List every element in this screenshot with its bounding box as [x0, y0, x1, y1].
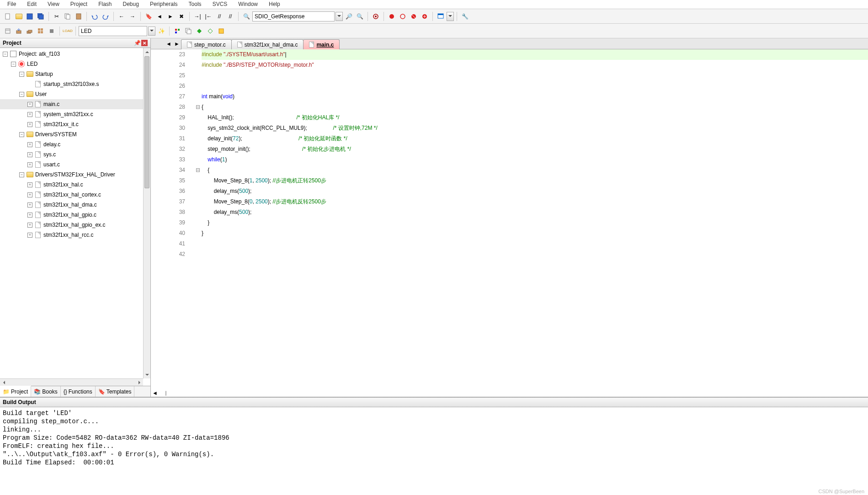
- rebuild-icon[interactable]: [25, 26, 35, 36]
- sidetab-project[interactable]: 📁Project: [0, 386, 31, 397]
- tree-node[interactable]: −Drivers/STM32F1xx_HAL_Driver: [0, 170, 150, 180]
- find-icon[interactable]: 🔍: [241, 11, 251, 21]
- window-dd-icon[interactable]: [447, 12, 454, 21]
- sidetab-books[interactable]: 📚Books: [31, 386, 60, 397]
- svg-rect-5: [66, 15, 70, 19]
- bookmark-next-icon[interactable]: ►: [165, 11, 176, 21]
- tree-node[interactable]: −LED: [0, 59, 150, 69]
- find-in-files-icon[interactable]: 🔎: [344, 11, 354, 21]
- tree-node[interactable]: +usart.c: [0, 160, 150, 170]
- target-select[interactable]: LED: [79, 26, 147, 36]
- target-options-icon[interactable]: ✨: [156, 26, 166, 36]
- breakpoint-insert-icon[interactable]: [387, 11, 397, 21]
- tree-node[interactable]: −Startup: [0, 69, 150, 79]
- multi-project-icon[interactable]: [183, 26, 193, 36]
- bookmark-icon[interactable]: 🔖: [144, 11, 154, 21]
- find-combo[interactable]: SDIO_GetResponse: [252, 11, 335, 21]
- breakpoint-kill-icon[interactable]: [420, 11, 430, 21]
- svg-rect-0: [5, 14, 10, 19]
- indent-icon[interactable]: →|: [192, 11, 202, 21]
- new-file-icon[interactable]: [3, 11, 13, 21]
- menu-window[interactable]: Window: [233, 0, 263, 9]
- tree-node[interactable]: −User: [0, 89, 150, 99]
- translate-icon[interactable]: [3, 26, 13, 36]
- menu-peripherals[interactable]: Peripherals: [144, 0, 183, 9]
- svg-rect-1: [27, 14, 32, 19]
- menu-debug[interactable]: Debug: [117, 0, 144, 9]
- save-all-icon[interactable]: [36, 11, 46, 21]
- editor-tab[interactable]: main.c: [303, 39, 340, 49]
- menu-svcs[interactable]: SVCS: [207, 0, 233, 9]
- debug-icon[interactable]: [371, 11, 381, 21]
- outdent-icon[interactable]: |←: [203, 11, 213, 21]
- open-icon[interactable]: [14, 11, 24, 21]
- tree-node[interactable]: +stm32f1xx_hal_gpio.c: [0, 210, 150, 220]
- bookmark-prev-icon[interactable]: ◄: [154, 11, 165, 21]
- tab-nav-left-icon[interactable]: ◄: [165, 38, 172, 49]
- comment-icon[interactable]: //: [214, 11, 224, 21]
- tree-node[interactable]: startup_stm32f103xe.s: [0, 79, 150, 89]
- file-icon: [309, 42, 314, 48]
- nav-back-icon[interactable]: ←: [117, 11, 127, 21]
- breakpoint-disable-icon[interactable]: [409, 11, 419, 21]
- find-combo-dd-icon[interactable]: [335, 12, 343, 21]
- incremental-find-icon[interactable]: 🔍: [355, 11, 365, 21]
- close-panel-icon[interactable]: ✕: [141, 40, 148, 46]
- menu-help[interactable]: Help: [263, 0, 286, 9]
- tree-node[interactable]: +stm32f1xx_it.c: [0, 119, 150, 129]
- pack-install-icon[interactable]: [194, 26, 204, 36]
- tree-node[interactable]: −Drivers/SYSTEM: [0, 129, 150, 139]
- menu-view[interactable]: View: [42, 0, 65, 9]
- batch-build-icon[interactable]: [36, 26, 46, 36]
- cut-icon[interactable]: ✂: [52, 11, 62, 21]
- nav-fwd-icon[interactable]: →: [128, 11, 138, 21]
- download-icon[interactable]: LOAD: [63, 26, 73, 36]
- code-view[interactable]: 23#include "./SYSTEM/usart/usart.h"|24#i…: [151, 49, 868, 389]
- configure-icon[interactable]: 🔧: [460, 11, 470, 21]
- project-tree[interactable]: −Project: atk_f103−LED−Startupstartup_st…: [0, 48, 150, 386]
- sidetab-functions[interactable]: {}Functions: [61, 386, 96, 397]
- editor-tab[interactable]: step_motor.c: [181, 39, 232, 49]
- tree-vscrollbar[interactable]: [143, 48, 150, 378]
- rte-icon[interactable]: [216, 26, 226, 36]
- menu-project[interactable]: Project: [65, 0, 93, 9]
- tree-node[interactable]: +stm32f1xx_hal_dma.c: [0, 200, 150, 210]
- uncomment-icon[interactable]: //: [225, 11, 235, 21]
- menu-flash[interactable]: Flash: [93, 0, 117, 9]
- tree-node[interactable]: +stm32f1xx_hal_gpio_ex.c: [0, 220, 150, 230]
- pin-icon[interactable]: 📌: [134, 40, 140, 46]
- breakpoint-enable-icon[interactable]: [398, 11, 408, 21]
- svg-point-8: [375, 16, 377, 17]
- manage-project-icon[interactable]: [172, 26, 182, 36]
- tree-node[interactable]: +stm32f1xx_hal_rcc.c: [0, 230, 150, 240]
- hscroll-left-icon[interactable]: ◄: [152, 389, 158, 397]
- file-icon: [187, 42, 192, 48]
- project-panel: Project 📌 ✕ −Project: atk_f103−LED−Start…: [0, 38, 151, 397]
- window-icon[interactable]: [436, 11, 446, 21]
- tree-node[interactable]: +system_stm32f1xx.c: [0, 109, 150, 119]
- pack-select-icon[interactable]: [205, 26, 215, 36]
- save-icon[interactable]: [25, 11, 35, 21]
- menu-edit[interactable]: Edit: [21, 0, 42, 9]
- sidetab-templates[interactable]: 🔖Templates: [96, 386, 135, 397]
- copy-icon[interactable]: [63, 11, 73, 21]
- undo-icon[interactable]: [90, 11, 100, 21]
- menu-file[interactable]: File: [2, 0, 21, 9]
- bookmark-clear-icon[interactable]: ✖: [176, 11, 186, 21]
- menu-tools[interactable]: Tools: [183, 0, 207, 9]
- tree-node[interactable]: +delay.c: [0, 139, 150, 149]
- tree-hscrollbar[interactable]: [0, 378, 143, 386]
- editor-tab[interactable]: stm32f1xx_hal_dma.c: [231, 39, 304, 49]
- paste-icon[interactable]: [74, 11, 84, 21]
- tab-nav-right-icon[interactable]: ►: [174, 38, 180, 49]
- redo-icon[interactable]: [101, 11, 111, 21]
- tree-node[interactable]: +stm32f1xx_hal_cortex.c: [0, 190, 150, 200]
- tree-node[interactable]: +stm32f1xx_hal.c: [0, 180, 150, 190]
- build-icon[interactable]: [14, 26, 24, 36]
- target-select-dd-icon[interactable]: [148, 27, 155, 36]
- stop-build-icon[interactable]: [47, 26, 57, 36]
- tree-node[interactable]: +main.c: [0, 99, 150, 109]
- tree-node[interactable]: −Project: atk_f103: [0, 49, 150, 59]
- build-output-body[interactable]: Build target 'LED' compiling step_motor.…: [0, 407, 868, 495]
- tree-node[interactable]: +sys.c: [0, 149, 150, 160]
